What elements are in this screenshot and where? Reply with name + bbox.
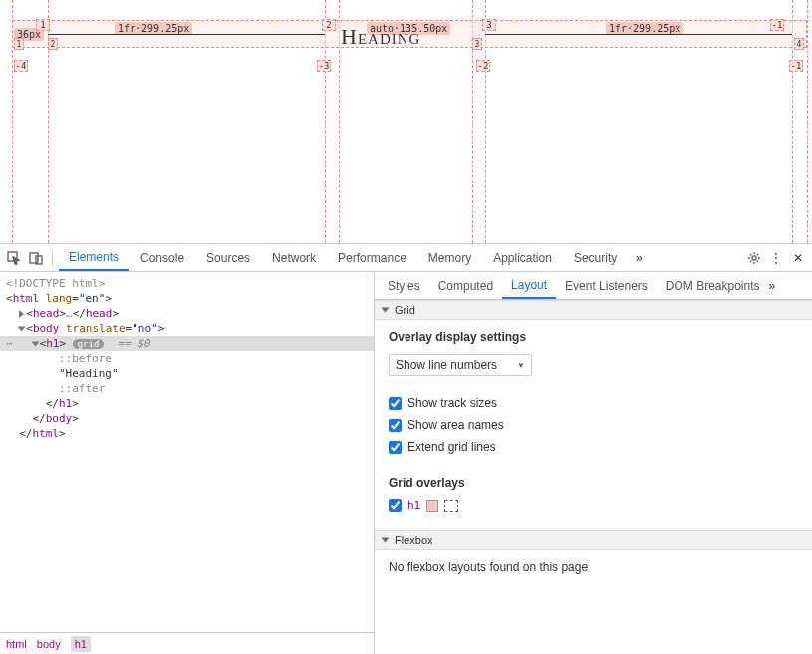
svg-point-3 <box>752 256 756 260</box>
crumb-h1[interactable]: h1 <box>71 636 91 652</box>
more-tabs-icon[interactable]: » <box>629 248 649 268</box>
breadcrumb: html body h1 <box>0 632 374 654</box>
show-area-names-checkbox[interactable] <box>389 419 402 432</box>
line-numbers-select[interactable]: Show line numbers▼ <box>389 354 532 376</box>
grid-line-num: -3 <box>317 60 331 72</box>
grid-line-num: 1 <box>14 38 24 50</box>
tab-sources[interactable]: Sources <box>196 244 260 271</box>
grid-line-num: 2 <box>322 19 336 31</box>
doctype: <!DOCTYPE html> <box>6 277 105 290</box>
overlay-settings-title: Overlay display settings <box>389 330 798 344</box>
overlay-h1-label: h1 <box>407 499 420 512</box>
kebab-icon[interactable]: ⋮ <box>766 248 786 268</box>
tab-network[interactable]: Network <box>262 244 326 271</box>
devtools-panel: Elements Console Sources Network Perform… <box>0 243 812 654</box>
grid-line-num: 3 <box>472 38 482 50</box>
grid-line-num: -1 <box>770 19 784 31</box>
device-icon[interactable] <box>26 248 46 268</box>
heading-text: Heading <box>341 24 420 50</box>
tab-styles[interactable]: Styles <box>379 272 429 299</box>
crumb-body[interactable]: body <box>37 638 61 650</box>
overlay-reveal-icon[interactable] <box>444 500 458 512</box>
grid-section-header[interactable]: Grid <box>375 300 812 320</box>
show-track-sizes-label: Show track sizes <box>407 396 497 410</box>
selected-node[interactable]: ⋯ <h1> grid == $0 <box>0 336 374 351</box>
sidebar-pane: Styles Computed Layout Event Listeners D… <box>375 272 812 654</box>
flex-section-header[interactable]: Flexbox <box>375 530 812 550</box>
elements-pane: <!DOCTYPE html> <html lang="en"> <head>…… <box>0 272 375 654</box>
sidebar-tabs: Styles Computed Layout Event Listeners D… <box>375 272 812 300</box>
grid-overlays-title: Grid overlays <box>389 476 798 490</box>
tab-event-listeners[interactable]: Event Listeners <box>556 272 657 299</box>
svg-rect-1 <box>30 253 38 263</box>
extend-grid-lines-checkbox[interactable] <box>389 441 402 454</box>
gear-icon[interactable] <box>744 248 764 268</box>
grid-line-num: -1 <box>789 60 803 72</box>
overlay-h1-checkbox[interactable] <box>389 499 402 512</box>
close-icon[interactable]: ✕ <box>788 248 808 268</box>
show-area-names-label: Show area names <box>407 418 504 432</box>
tab-elements[interactable]: Elements <box>59 244 129 271</box>
flex-empty-text: No flexbox layouts found on this page <box>389 560 798 574</box>
tab-dom-breakpoints[interactable]: DOM Breakpoints <box>657 272 769 299</box>
devtools-tabbar: Elements Console Sources Network Perform… <box>0 244 812 272</box>
grid-line-num: 4 <box>794 38 804 50</box>
show-track-sizes-checkbox[interactable] <box>389 397 402 410</box>
extend-grid-lines-label: Extend grid lines <box>407 440 496 454</box>
more-side-tabs-icon[interactable]: » <box>769 279 776 293</box>
tab-computed[interactable]: Computed <box>429 272 502 299</box>
dom-tree[interactable]: <!DOCTYPE html> <html lang="en"> <head>…… <box>0 272 374 632</box>
tab-security[interactable]: Security <box>564 244 627 271</box>
chevron-down-icon: ▼ <box>517 361 525 370</box>
tab-application[interactable]: Application <box>483 244 562 271</box>
tab-performance[interactable]: Performance <box>328 244 416 271</box>
tab-memory[interactable]: Memory <box>418 244 481 271</box>
grid-line-num: 2 <box>48 38 58 50</box>
grid-line-num: -4 <box>14 60 28 72</box>
tab-layout[interactable]: Layout <box>502 272 556 299</box>
inspect-icon[interactable] <box>4 248 24 268</box>
page-viewport: 36px 1fr·299.25px auto·135.50px 1fr·299.… <box>0 0 812 243</box>
overlay-color-swatch[interactable] <box>426 500 438 512</box>
grid-line-num: 3 <box>482 19 496 31</box>
grid-badge[interactable]: grid <box>73 339 105 349</box>
tab-console[interactable]: Console <box>131 244 194 271</box>
crumb-html[interactable]: html <box>6 638 27 650</box>
grid-line-num: -2 <box>476 60 490 72</box>
grid-line-num: 1 <box>36 19 50 31</box>
